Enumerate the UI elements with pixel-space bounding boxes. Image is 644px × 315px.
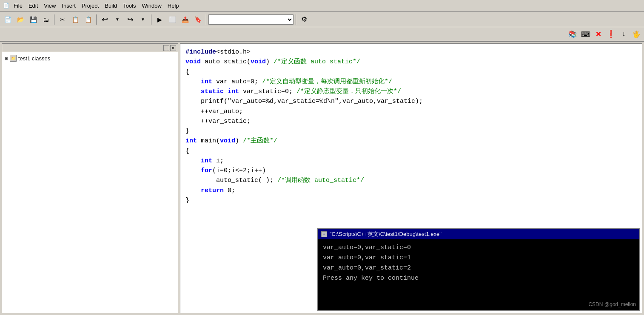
code-line-16: } <box>185 196 637 205</box>
console-output: var_auto=0,var_static=0 var_auto=0,var_s… <box>318 239 639 299</box>
code-line-14: auto_static( ); /*调用函数 auto_static*/ <box>185 176 637 185</box>
toolbar-sep-2 <box>96 14 97 25</box>
code-brace-open-2: { <box>185 148 189 155</box>
toolbar: 📄 📂 💾 🗂 ✂ 📋 📋 ↩ ▼ ↪ ▼ ▶ ⬜ 📤 🔖 ⚙ <box>0 12 644 27</box>
code-paren-close: ) <box>266 58 274 65</box>
code-kw-int-i: int <box>201 157 212 165</box>
code-line-2: void auto_static(void) /*定义函数 auto_stati… <box>185 57 637 67</box>
code-line-7: ++var_auto; <box>185 107 637 116</box>
panel-close-button[interactable]: ✕ <box>170 45 176 51</box>
toolbar-sep-5 <box>296 14 296 25</box>
code-indent-4 <box>185 167 201 174</box>
paste-button[interactable]: 📋 <box>82 14 94 26</box>
toolbar-sep-4 <box>206 14 206 25</box>
code-kw-include: #include <box>185 48 216 56</box>
menu-help[interactable]: Help <box>165 2 182 10</box>
code-line-12: int i; <box>185 156 637 166</box>
toolbar2-btn6[interactable]: 🖐 <box>630 28 642 40</box>
menu-file[interactable]: File <box>11 2 25 10</box>
open-button[interactable]: 📂 <box>14 14 26 26</box>
code-var-static: var_static=0; <box>239 88 296 95</box>
console-icon: ▪ <box>321 231 327 237</box>
toolbar2-btn3[interactable]: ✕ <box>592 28 604 40</box>
console-line-1: var_auto=0,var_static=0 <box>323 243 634 253</box>
code-var-i: i; <box>212 157 224 165</box>
panel-minimize-button[interactable]: _ <box>163 45 169 51</box>
code-editor[interactable]: #include<stdio.h> void auto_static(void)… <box>180 43 642 313</box>
left-panel: _ ✕ ⊞ 📁 test1 classes <box>2 43 178 313</box>
build-btn1[interactable]: ▶ <box>154 14 165 26</box>
code-line-6: printf("var_auto=%d,var_static=%d\n",var… <box>185 96 637 106</box>
code-indent-5 <box>185 187 201 194</box>
code-call-indent: auto_static( ); <box>185 177 277 184</box>
class-tree: ⊞ 📁 test1 classes <box>2 52 178 64</box>
code-comment-3: /*定义静态型变量，只初始化一次*/ <box>296 88 401 95</box>
code-line-15: return 0; <box>185 186 637 196</box>
code-brace-close-2: } <box>185 197 189 204</box>
code-line-3: { <box>185 67 637 77</box>
code-space-1 <box>224 88 228 95</box>
save-all-button[interactable]: 🗂 <box>40 14 52 26</box>
menu-window[interactable]: Window <box>140 2 164 10</box>
tree-item-test1[interactable]: ⊞ 📁 test1 classes <box>4 54 176 62</box>
code-kw-int-1: int <box>201 78 212 85</box>
menu-view[interactable]: View <box>41 2 58 10</box>
code-line-8: ++var_static; <box>185 116 637 126</box>
code-kw-void: void <box>185 58 201 65</box>
cut-button[interactable]: ✂ <box>57 14 68 26</box>
code-main-paren: ) <box>235 137 243 145</box>
save-button[interactable]: 💾 <box>27 14 39 26</box>
build-btn2[interactable]: ⬜ <box>166 14 178 26</box>
console-credit: CSDN @god_mellon <box>318 299 639 310</box>
build-btn3[interactable]: 📤 <box>179 14 191 26</box>
code-main-func: main( <box>197 137 220 145</box>
code-comment-2: /*定义自动型变量，每次调用都重新初始化*/ <box>262 78 392 85</box>
build-btn4[interactable]: 🔖 <box>192 14 204 26</box>
toolbar2-btn5[interactable]: ↓ <box>618 28 630 40</box>
extra-btn[interactable]: ⚙ <box>298 14 310 26</box>
menu-insert[interactable]: Insert <box>59 2 78 10</box>
undo-dropdown[interactable]: ▼ <box>111 14 123 26</box>
toolbar2-btn1[interactable]: 📚 <box>567 28 578 40</box>
menu-edit[interactable]: Edit <box>26 2 40 10</box>
toolbar2-btn2[interactable]: ⌨ <box>579 28 591 40</box>
console-line-3: var_auto=0,var_static=2 <box>323 263 634 273</box>
code-inc-auto: ++var_auto; <box>185 108 243 115</box>
code-printf: printf("var_auto=%d,var_static=%d\n",var… <box>185 98 423 105</box>
copy-button[interactable]: 📋 <box>69 14 81 26</box>
code-line-10: int main(void) /*主函数*/ <box>185 136 637 146</box>
toolbar2-btn4[interactable]: ❗ <box>605 28 617 40</box>
menubar: 📄 File Edit View Insert Project Build To… <box>0 0 644 12</box>
new-file-button[interactable]: 📄 <box>2 14 14 26</box>
undo-button[interactable]: ↩ <box>99 14 111 26</box>
toolbar-sep-3 <box>151 14 151 25</box>
redo-button[interactable]: ↪ <box>124 14 136 26</box>
code-kw-void-main: void <box>220 137 235 145</box>
console-title-text: "C:\Scripts\C++英文\C\test1\Debug\test1.ex… <box>330 230 442 238</box>
code-for-body: (i=0;i<=2;i++) <box>212 167 266 174</box>
code-include-path: <stdio.h> <box>216 48 251 56</box>
code-line-1: #include<stdio.h> <box>185 47 637 57</box>
code-brace-open-1: { <box>185 68 189 76</box>
console-line-4: Press any key to continue <box>323 273 634 284</box>
tree-item-label: test1 classes <box>18 55 50 62</box>
redo-dropdown[interactable]: ▼ <box>137 14 149 26</box>
main-area: _ ✕ ⊞ 📁 test1 classes #include<stdio.h> … <box>0 42 644 315</box>
tree-class-icon: 📁 <box>10 55 17 62</box>
menu-project[interactable]: Project <box>79 2 101 10</box>
code-line-4: int var_auto=0; /*定义自动型变量，每次调用都重新初始化*/ <box>185 77 637 87</box>
build-config-dropdown[interactable] <box>208 14 294 25</box>
code-kw-void2: void <box>251 58 266 65</box>
code-comment-5: /*调用函数 auto_static*/ <box>277 177 364 184</box>
menu-tools[interactable]: Tools <box>120 2 138 10</box>
code-kw-static: static <box>201 88 224 95</box>
menu-build[interactable]: Build <box>102 2 120 10</box>
toolbar2: 📚 ⌨ ✕ ❗ ↓ 🖐 <box>0 27 644 42</box>
toolbar-sep-1 <box>54 14 54 25</box>
console-line-2: var_auto=0,var_static=1 <box>323 253 634 263</box>
code-kw-return: return <box>201 187 224 194</box>
code-return-val: 0; <box>224 187 235 194</box>
code-comment-4: /*主函数*/ <box>243 137 277 145</box>
code-line-5: static int var_static=0; /*定义静态型变量，只初始化一… <box>185 87 637 96</box>
code-line-9: } <box>185 126 637 136</box>
